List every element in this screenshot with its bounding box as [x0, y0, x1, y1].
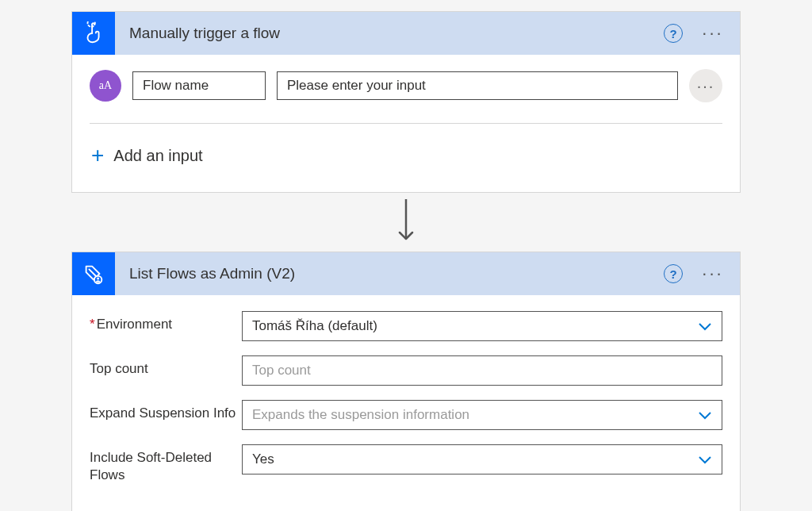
action-header[interactable]: List Flows as Admin (V2) ? ··· [72, 252, 740, 295]
chevron-down-icon [698, 321, 712, 331]
environment-select[interactable]: Tomáš Říha (default) [242, 311, 722, 341]
action-icon [72, 252, 115, 295]
help-icon[interactable]: ? [664, 264, 683, 283]
expand-placeholder: Expands the suspension information [252, 407, 469, 423]
text-type-icon: aA [90, 70, 121, 102]
expand-label: Expand Suspension Info [90, 400, 242, 422]
input-name-value: Flow name [143, 78, 209, 94]
more-icon[interactable]: ··· [697, 261, 729, 286]
plus-icon: + [91, 144, 104, 167]
input-placeholder: Please enter your input [287, 78, 426, 94]
topcount-input[interactable]: Top count [242, 355, 722, 386]
chevron-down-icon [698, 410, 712, 420]
includesoft-select[interactable]: Yes [242, 444, 722, 474]
topcount-placeholder: Top count [252, 363, 311, 378]
input-name-field[interactable]: Flow name [132, 71, 266, 100]
action-card: List Flows as Admin (V2) ? ··· *Environm… [71, 252, 741, 511]
includesoft-value: Yes [252, 451, 274, 467]
topcount-label: Top count [90, 355, 242, 378]
svg-point-4 [97, 278, 99, 280]
add-input-label: Add an input [113, 147, 202, 165]
action-title: List Flows as Admin (V2) [115, 265, 664, 282]
expand-row: Expand Suspension Info Expands the suspe… [90, 400, 722, 430]
input-row-more-icon[interactable]: ··· [689, 69, 722, 102]
flow-connector-arrow-icon [0, 198, 812, 244]
environment-value: Tomáš Říha (default) [252, 318, 377, 334]
help-icon[interactable]: ? [664, 24, 683, 43]
trigger-input-row: aA Flow name Please enter your input ··· [90, 69, 722, 124]
hide-advanced-button[interactable]: Hide advanced options [72, 505, 740, 511]
environment-row: *Environment Tomáš Říha (default) [90, 311, 722, 341]
trigger-icon [72, 12, 115, 55]
input-value-field[interactable]: Please enter your input [277, 71, 678, 100]
more-icon[interactable]: ··· [697, 21, 729, 46]
chevron-down-icon [698, 455, 712, 464]
add-input-button[interactable]: + Add an input [90, 124, 722, 175]
trigger-title: Manually trigger a flow [115, 25, 664, 42]
trigger-header[interactable]: Manually trigger a flow ? ··· [72, 12, 740, 55]
includesoft-label: Include Soft-Deleted Flows [90, 444, 242, 484]
topcount-row: Top count Top count [90, 355, 722, 386]
includesoft-row: Include Soft-Deleted Flows Yes [90, 444, 722, 484]
environment-label: *Environment [90, 311, 242, 333]
trigger-card: Manually trigger a flow ? ··· aA Flow na… [71, 11, 741, 193]
expand-select[interactable]: Expands the suspension information [242, 400, 722, 430]
